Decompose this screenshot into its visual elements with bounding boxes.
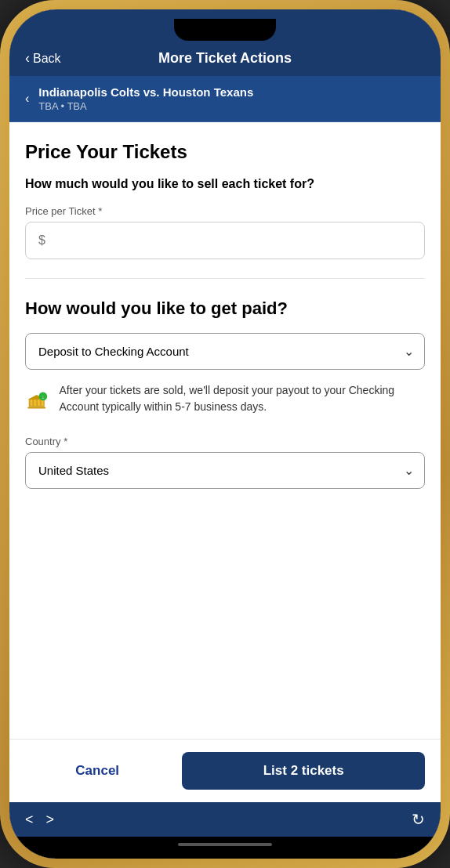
nav-title: More Ticket Actions <box>158 50 292 67</box>
country-wrapper: United States ⌄ <box>25 452 425 489</box>
country-label: Country * <box>25 436 425 447</box>
nav-header: ‹ Back More Ticket Actions <box>9 44 441 76</box>
country-section: Country * United States ⌄ <box>25 436 425 489</box>
back-chevron-icon: ‹ <box>25 50 30 67</box>
home-indicator-area <box>9 837 441 859</box>
svg-rect-1 <box>31 400 33 406</box>
phone-frame: ‹ Back More Ticket Actions ‹ Indianapoli… <box>0 0 450 868</box>
back-button[interactable]: ‹ Back <box>25 50 61 67</box>
phone-inner: ‹ Back More Ticket Actions ‹ Indianapoli… <box>9 9 441 859</box>
event-name: Indianapolis Colts vs. Houston Texans <box>38 85 253 99</box>
content-area: Price Your Tickets How much would you li… <box>9 122 441 739</box>
price-question: How much would you like to sell each tic… <box>25 175 425 193</box>
event-meta: TBA • TBA <box>38 100 253 112</box>
cancel-button[interactable]: Cancel <box>25 752 169 790</box>
price-field-label: Price per Ticket * <box>25 205 425 217</box>
home-bar <box>178 843 272 846</box>
country-select[interactable]: United States <box>25 452 425 489</box>
event-info: Indianapolis Colts vs. Houston Texans TB… <box>38 85 253 112</box>
svg-rect-3 <box>38 400 40 406</box>
payment-question: How would you like to get paid? <box>25 298 425 320</box>
payment-method-select[interactable]: Deposit to Checking Account <box>25 333 425 370</box>
payment-method-wrapper: Deposit to Checking Account ⌄ <box>25 333 425 370</box>
list-tickets-button[interactable]: List 2 tickets <box>182 752 425 790</box>
section-divider <box>25 278 425 279</box>
payment-info-text: After your tickets are sold, we'll depos… <box>60 382 425 415</box>
svg-rect-2 <box>34 400 36 406</box>
bank-icon: ↓ <box>25 382 49 417</box>
browser-back-button[interactable]: < <box>25 812 34 828</box>
event-banner[interactable]: ‹ Indianapolis Colts vs. Houston Texans … <box>9 76 441 122</box>
back-label: Back <box>33 52 61 66</box>
bottom-action-bar: Cancel List 2 tickets <box>9 739 441 802</box>
browser-nav: < > <box>25 812 54 828</box>
screen: ‹ Back More Ticket Actions ‹ Indianapoli… <box>9 9 441 859</box>
svg-text:↓: ↓ <box>42 394 44 400</box>
browser-forward-button[interactable]: > <box>46 812 55 828</box>
browser-bar: < > ↻ <box>9 802 441 837</box>
event-chevron-icon: ‹ <box>25 92 29 106</box>
notch <box>174 19 276 41</box>
browser-refresh-button[interactable]: ↻ <box>412 810 425 829</box>
payment-info-box: ↓ After your tickets are sold, we'll dep… <box>25 382 425 417</box>
svg-rect-6 <box>27 407 45 408</box>
price-input[interactable] <box>25 222 425 259</box>
price-section-title: Price Your Tickets <box>25 141 425 163</box>
